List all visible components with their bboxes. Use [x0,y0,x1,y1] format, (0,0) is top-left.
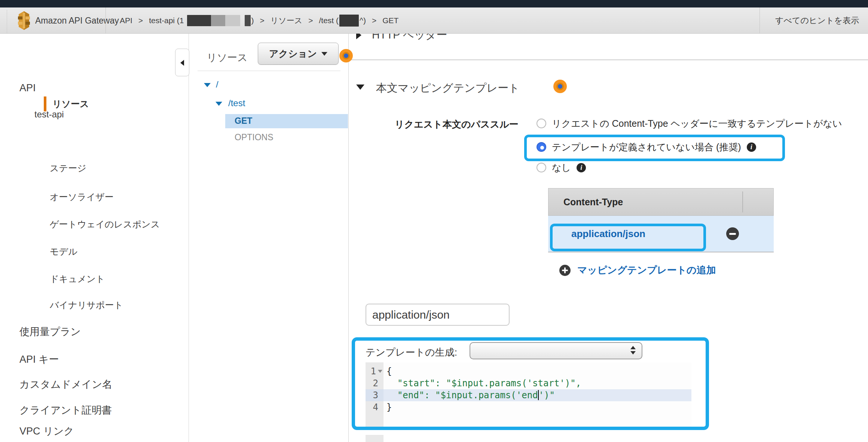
tree-node-root[interactable]: / [216,79,218,90]
tree-node-test[interactable]: /test [228,98,245,108]
tree-node-get-selected[interactable]: GET [225,114,348,128]
fold-caret-icon[interactable] [378,370,382,373]
sidebar-item-resources[interactable]: リソース [52,98,89,110]
redacted-block [339,15,359,27]
api-gateway-logo-icon [16,11,31,30]
breadcrumb-api[interactable]: API [120,16,132,25]
code-text: "end": "$input.params('end')" [383,390,555,400]
app-title: Amazon API Gateway [35,7,119,34]
sidebar-item-gateway-responses[interactable]: ゲートウェイのレスポンス [50,218,160,230]
sidebar-item-custom-domain-names[interactable]: カスタムドメイン名 [19,378,112,391]
application-json-link[interactable]: application/json [571,228,645,240]
tree-node-options[interactable]: OPTIONS [235,132,273,142]
radio-option-when-no-match[interactable]: リクエストの Content-Type ヘッダーに一致するテンプレートがない [537,117,842,130]
passthrough-label: リクエスト本文のパススルー [395,118,519,131]
sidebar-item-authorizers[interactable]: オーソライザー [50,191,114,203]
sidebar-item-vpc-links[interactable]: VPC リンク [19,424,74,438]
breadcrumb: API > test-api (1 ) > リソース > /test ( ^) … [120,7,398,34]
line-number: 3 [373,390,378,400]
radio-selected-icon[interactable] [537,142,546,152]
sidebar-item-binary-support[interactable]: バイナリサポート [50,299,123,311]
breadcrumb-separator: > [260,16,265,25]
radio-option-label: なし [552,162,571,174]
line-number: 1 [371,366,376,377]
code-line: 2 "start": "$input.params('start')", [366,377,691,389]
select-stepper-icon [630,346,636,354]
header-divider [106,7,106,33]
generate-template-label: テンプレートの生成: [366,346,457,359]
http-headers-section-clipped[interactable]: HTTP ヘッダー [349,34,868,43]
code-line: 1 { [366,365,691,377]
breadcrumb-resource-path[interactable]: /test ( ^) [319,15,366,27]
radio-option-label: テンプレートが定義されていない場合 (推奨) [552,141,741,153]
sidebar-item-models[interactable]: モデル [50,246,77,258]
breadcrumb-method[interactable]: GET [382,16,398,25]
api-gateway-console: Amazon API Gateway API > test-api (1 ) >… [0,0,868,442]
content-type-table: Content-Type application/json [548,188,774,252]
header-divider [760,7,760,33]
table-row: application/json [548,216,774,252]
sidebar-item-documentation[interactable]: ドキュメント [50,273,105,285]
radio-unselected-icon[interactable] [537,163,546,172]
content-type-column-header: Content-Type [563,197,623,208]
panel-divider [198,71,340,71]
sidebar: API test-api リソース ステージ オーソライザー ゲートウェイのレス… [0,34,189,442]
redacted-block [187,15,240,26]
next-editor-gutter-peek [366,435,383,442]
content-type-input[interactable] [366,304,510,326]
sidebar-item-test-api[interactable]: test-api [34,109,64,120]
sidebar-item-api[interactable]: API [19,82,36,94]
section-expanded-icon[interactable] [356,85,364,90]
collapse-arrow-icon [180,60,184,66]
remove-template-button[interactable] [726,227,739,240]
tree-expand-icon[interactable] [204,83,211,87]
browser-top-strip [0,0,868,7]
tutorial-hint-dot[interactable] [553,80,567,93]
resources-panel: リソース アクション / /test GET OPTIONS [189,34,349,442]
redacted-block [245,15,251,26]
header-left-divider [7,10,7,33]
code-line: 4 } [366,401,691,413]
sidebar-item-api-keys[interactable]: API キー [19,353,59,366]
line-number: 4 [373,402,378,412]
tree-expand-icon[interactable] [216,102,222,106]
code-line-active: 3 "end": "$input.params('end')" [366,389,691,401]
info-icon[interactable] [747,142,756,152]
actions-button[interactable]: アクション [258,43,339,65]
sidebar-item-usage-plans[interactable]: 使用量プラン [19,325,81,338]
plus-icon [559,265,571,276]
column-divider [742,191,743,212]
radio-unselected-icon[interactable] [537,119,546,128]
breadcrumb-separator: > [138,16,143,25]
line-number: 2 [373,378,378,389]
template-editor-highlight-box: テンプレートの生成: 1 { 2 "start": "$input.params… [352,337,709,430]
breadcrumb-separator: > [308,16,313,25]
add-mapping-template-link[interactable]: マッピングテンプレートの追加 [559,264,716,277]
console-header: Amazon API Gateway API > test-api (1 ) >… [0,7,868,34]
show-all-hints-link[interactable]: すべてのヒントを表示 [775,7,859,34]
radio-option-label: リクエストの Content-Type ヘッダーに一致するテンプレートがない [552,117,842,130]
code-text: } [383,402,392,412]
sidebar-item-stages[interactable]: ステージ [50,162,86,174]
sidebar-collapse-button[interactable] [175,49,189,76]
resources-panel-title: リソース [207,51,248,64]
breadcrumb-separator: > [372,16,376,25]
active-item-marker [44,96,46,111]
info-icon[interactable] [577,163,586,172]
breadcrumb-api-name[interactable]: test-api (1 ) [149,15,254,26]
code-text: { [383,366,392,377]
code-text: "start": "$input.params('start')", [383,378,581,389]
template-code-editor[interactable]: 1 { 2 "start": "$input.params('start')",… [366,362,691,427]
breadcrumb-resources[interactable]: リソース [271,15,302,26]
sidebar-item-client-certificates[interactable]: クライアント証明書 [19,403,112,417]
radio-option-never[interactable]: なし [537,161,586,174]
section-collapsed-icon [356,34,361,39]
main-content: HTTP ヘッダー 本文マッピングテンプレート リクエスト本文のパススルー リク… [349,34,868,442]
table-header-row: Content-Type [548,188,774,216]
radio-option-when-no-template-defined[interactable]: テンプレートが定義されていない場合 (推奨) [537,140,756,154]
caret-down-icon [321,52,327,56]
tutorial-hint-dot[interactable] [339,49,353,62]
section-divider [349,59,868,60]
generate-template-select[interactable] [470,342,642,359]
body-mapping-templates-title[interactable]: 本文マッピングテンプレート [376,81,520,96]
